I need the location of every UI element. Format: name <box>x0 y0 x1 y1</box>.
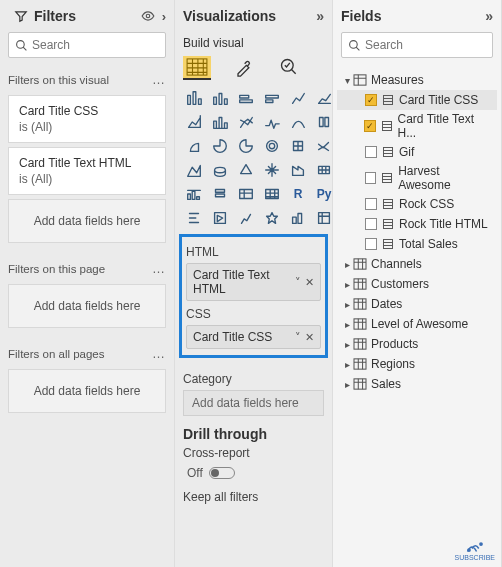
checkbox[interactable] <box>365 238 377 250</box>
viz-type-icon[interactable] <box>235 160 257 180</box>
viz-type-icon[interactable] <box>313 88 335 108</box>
filters-pane: Filters › Filters on this visual … Card … <box>0 0 175 567</box>
viz-type-icon[interactable] <box>183 88 205 108</box>
viz-type-icon[interactable] <box>287 112 309 132</box>
viz-type-icon[interactable] <box>183 112 205 132</box>
collapse-icon[interactable]: › <box>162 9 166 24</box>
filter-field-state: is (All) <box>19 120 155 134</box>
visualizations-pane: Visualizations » Build visual RPy HTML C… <box>175 0 333 567</box>
filters-visual-dropzone[interactable]: Add data fields here <box>8 199 166 243</box>
table-row[interactable]: ▸Customers <box>337 274 497 294</box>
table-row[interactable]: ▸Sales <box>337 374 497 394</box>
cross-report-label: Cross-report <box>175 444 332 462</box>
viz-type-icon[interactable] <box>235 136 257 156</box>
svg-rect-11 <box>384 220 393 229</box>
checkbox[interactable] <box>365 146 377 158</box>
filters-search-input[interactable] <box>32 38 159 52</box>
remove-icon[interactable]: ✕ <box>305 331 314 344</box>
collapse-icon[interactable]: » <box>316 8 324 24</box>
viz-type-icon[interactable] <box>261 184 283 204</box>
viz-type-icon[interactable] <box>313 160 335 180</box>
svg-rect-17 <box>354 339 366 349</box>
chevron-right-icon: ▸ <box>341 279 353 290</box>
filters-search[interactable] <box>8 32 166 58</box>
viz-type-icon[interactable] <box>261 88 283 108</box>
viz-type-icon[interactable]: Py <box>313 184 335 204</box>
table-row[interactable]: ▸Level of Awesome <box>337 314 497 334</box>
viz-type-icon[interactable] <box>287 160 309 180</box>
measure-row[interactable]: Total Sales <box>337 234 497 254</box>
viz-type-icon[interactable] <box>235 88 257 108</box>
fields-search[interactable] <box>341 32 493 58</box>
viz-type-icon[interactable] <box>235 184 257 204</box>
viz-type-icon[interactable] <box>209 136 231 156</box>
viz-type-icon[interactable] <box>209 112 231 132</box>
table-label: Dates <box>371 297 402 311</box>
viz-type-icon[interactable] <box>287 88 309 108</box>
collapse-icon[interactable]: » <box>485 8 493 24</box>
table-row[interactable]: ▸Products <box>337 334 497 354</box>
table-row[interactable]: ▸Dates <box>337 294 497 314</box>
filters-page-dropzone[interactable]: Add data fields here <box>8 284 166 328</box>
table-row[interactable]: ▸Channels <box>337 254 497 274</box>
analytics-tab[interactable] <box>275 56 303 80</box>
remove-icon[interactable]: ✕ <box>305 276 314 289</box>
viz-type-icon[interactable] <box>209 88 231 108</box>
viz-type-icon[interactable] <box>313 112 335 132</box>
viz-type-icon[interactable] <box>287 208 309 228</box>
viz-type-icon[interactable] <box>261 136 283 156</box>
viz-gallery: RPy <box>175 82 332 232</box>
chevron-down-icon[interactable]: ˅ <box>295 331 301 344</box>
filter-card[interactable]: Card Title CSS is (All) <box>8 95 166 143</box>
checkbox[interactable] <box>365 172 377 184</box>
cross-report-toggle-row: Off <box>175 462 332 484</box>
viz-type-icon[interactable] <box>261 160 283 180</box>
svg-rect-12 <box>384 240 393 249</box>
well-category-dropzone[interactable]: Add data fields here <box>183 390 324 416</box>
viz-type-icon[interactable] <box>235 208 257 228</box>
measure-label: Harvest Awesome <box>398 164 493 192</box>
viz-type-icon[interactable] <box>235 112 257 132</box>
viz-type-icon[interactable] <box>183 136 205 156</box>
viz-type-icon[interactable] <box>209 160 231 180</box>
filter-card[interactable]: Card Title Text HTML is (All) <box>8 147 166 195</box>
checkbox[interactable] <box>364 120 376 132</box>
viz-type-icon[interactable] <box>261 112 283 132</box>
cross-report-toggle[interactable] <box>209 467 235 479</box>
viz-type-icon[interactable] <box>183 184 205 204</box>
measures-table-row[interactable]: ▾ Measures <box>337 70 497 90</box>
viz-type-icon[interactable] <box>313 208 335 228</box>
checkbox[interactable] <box>365 198 377 210</box>
chevron-down-icon[interactable]: ˅ <box>295 276 301 289</box>
filters-on-page-label: Filters on this page <box>8 263 105 275</box>
viz-type-icon[interactable] <box>209 208 231 228</box>
measure-row[interactable]: Rock Title HTML <box>337 214 497 234</box>
measure-row[interactable]: Rock CSS <box>337 194 497 214</box>
filters-all-dropzone[interactable]: Add data fields here <box>8 369 166 413</box>
more-icon[interactable]: … <box>152 261 166 276</box>
viz-type-icon[interactable] <box>183 160 205 180</box>
well-html-field[interactable]: Card Title Text HTML ˅ ✕ <box>186 263 321 301</box>
viz-type-icon[interactable] <box>287 136 309 156</box>
measure-row[interactable]: Gif <box>337 142 497 162</box>
fields-search-input[interactable] <box>365 38 486 52</box>
viz-type-icon[interactable] <box>209 184 231 204</box>
viz-type-icon[interactable] <box>261 208 283 228</box>
more-icon[interactable]: … <box>152 346 166 361</box>
checkbox[interactable] <box>365 94 377 106</box>
table-row[interactable]: ▸Regions <box>337 354 497 374</box>
checkbox[interactable] <box>365 218 377 230</box>
more-icon[interactable]: … <box>152 72 166 87</box>
viz-type-icon[interactable] <box>313 136 335 156</box>
viz-type-icon[interactable] <box>183 208 205 228</box>
measure-row[interactable]: Card Title Text H... <box>337 110 497 142</box>
measure-row[interactable]: Harvest Awesome <box>337 162 497 194</box>
viz-type-icon[interactable]: R <box>287 184 309 204</box>
subscribe-watermark: SUBSCRIBE <box>455 541 495 561</box>
build-visual-tab[interactable] <box>183 56 211 80</box>
fields-tree: ▾ Measures Card Title CSSCard Title Text… <box>333 66 501 398</box>
well-css-field[interactable]: Card Title CSS ˅ ✕ <box>186 325 321 349</box>
eye-icon[interactable] <box>140 9 156 23</box>
format-visual-tab[interactable] <box>229 56 257 80</box>
measure-row[interactable]: Card Title CSS <box>337 90 497 110</box>
